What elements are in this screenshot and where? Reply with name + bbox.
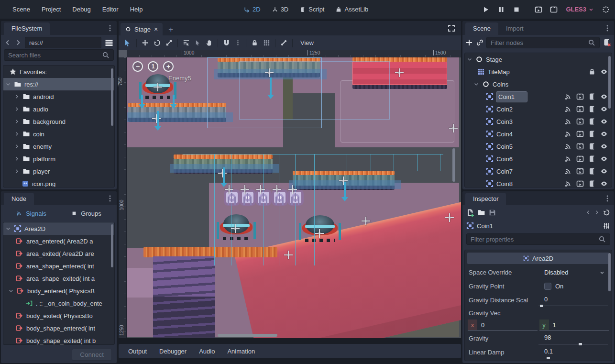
signal-row[interactable]: body_exited( PhysicsBo: [3, 309, 114, 322]
signal-row[interactable]: area_shape_entered( int: [3, 260, 114, 272]
transform-gizmo[interactable]: [288, 185, 297, 194]
rot-icon[interactable]: [154, 39, 161, 46]
filter-properties-input[interactable]: [466, 233, 610, 245]
play-custom-scene-button[interactable]: [549, 4, 559, 15]
vector-y-field[interactable]: y1: [539, 320, 609, 331]
scene-node-tilemap[interactable]: TileMap: [465, 66, 612, 78]
inspector-menu-icon[interactable]: [604, 195, 611, 202]
enemy-sprite[interactable]: [302, 215, 338, 242]
pin-icon[interactable]: [280, 39, 287, 46]
zoom-reset-button[interactable]: 1: [148, 61, 158, 72]
canvas-hscrollbar[interactable]: [218, 334, 277, 337]
scene-node-coin7[interactable]: Coin7: [465, 165, 612, 177]
connect-button[interactable]: Connect: [72, 349, 112, 361]
workspace-3d[interactable]: 3D: [267, 3, 294, 15]
object-tools-icon[interactable]: [603, 222, 610, 230]
signal-row[interactable]: area_exited( Area2D are: [3, 247, 114, 260]
workspace-2d[interactable]: 2D: [239, 3, 265, 15]
signal-row[interactable]: body_shape_entered( int: [3, 322, 114, 334]
scene-node-coin6[interactable]: Coin6: [465, 153, 612, 165]
filesystem-menu-icon[interactable]: [106, 24, 114, 32]
signal-row[interactable]: area_entered( Area2D a: [3, 235, 114, 247]
scene-node-coin3[interactable]: Coin3: [465, 115, 612, 128]
menu-scene[interactable]: Scene: [7, 3, 36, 16]
scene-menu-icon[interactable]: [604, 24, 611, 32]
scale-icon[interactable]: [165, 39, 173, 46]
view-menu[interactable]: View: [297, 39, 317, 46]
filter-properties-field[interactable]: [471, 236, 598, 243]
transform-gizmo[interactable]: [154, 83, 162, 91]
transform-gizmo[interactable]: [231, 224, 240, 233]
property-checkbox[interactable]: [544, 283, 551, 290]
vector-x-field[interactable]: x0: [468, 320, 538, 331]
signal-row[interactable]: body_shape_exited( int b: [3, 334, 114, 345]
tab-scene[interactable]: Scene: [465, 22, 498, 35]
fs-item-enemy[interactable]: enemy: [3, 140, 114, 153]
transform-gizmo[interactable]: [256, 185, 265, 194]
listsel-icon[interactable]: [183, 39, 190, 46]
play-button[interactable]: [481, 4, 491, 15]
scene-node-coin8[interactable]: Coin8: [465, 177, 612, 188]
fs-item-file[interactable]: icon.png: [3, 177, 114, 188]
transform-gizmo[interactable]: [284, 251, 293, 259]
workspace-assetlib[interactable]: AssetLib: [331, 3, 373, 15]
zoom-out-button[interactable]: −: [132, 61, 143, 72]
hist-icon[interactable]: [603, 209, 610, 216]
tab-signals[interactable]: Signals: [5, 208, 58, 220]
lock-icon[interactable]: [251, 39, 258, 46]
bottom-tab-debugger[interactable]: Debugger: [154, 345, 191, 357]
fs-item-player[interactable]: player: [3, 165, 114, 177]
nav-forward-icon[interactable]: [14, 39, 22, 46]
node-tab[interactable]: Node: [4, 193, 34, 205]
scene-node-coin1[interactable]: Coin1: [465, 90, 612, 103]
distraction-free-icon[interactable]: [448, 24, 455, 32]
magnet-icon[interactable]: [223, 39, 230, 46]
scene-node-coins[interactable]: Coins: [465, 78, 612, 90]
property-dropdown[interactable]: Disabled: [538, 267, 608, 277]
signal-row[interactable]: body_entered( PhysicsB: [3, 285, 114, 297]
menu-editor[interactable]: Editor: [97, 3, 124, 16]
transform-gizmo[interactable]: [445, 213, 454, 222]
fs-favorites[interactable]: Favorites:: [3, 66, 114, 78]
move-arrow-gizmo[interactable]: [341, 182, 348, 201]
bottom-tab-animation[interactable]: Animation: [222, 345, 260, 357]
transform-gizmo[interactable]: [241, 185, 249, 194]
zoom-in-button[interactable]: +: [163, 61, 174, 72]
fs-item-background[interactable]: background: [3, 115, 114, 128]
add-node-icon[interactable]: [465, 39, 473, 46]
newres-icon[interactable]: [466, 209, 474, 217]
signal-connection-row[interactable]: . :: _on_coin_body_ente: [3, 297, 114, 309]
inspector-tab[interactable]: Inspector: [465, 193, 506, 205]
node-menu-icon[interactable]: [106, 195, 114, 202]
fs-item-audio[interactable]: audio: [3, 103, 114, 115]
menu-project[interactable]: Project: [36, 3, 66, 16]
property-number-field[interactable]: 0: [538, 294, 608, 306]
move-arrow-gizmo[interactable]: [170, 95, 177, 109]
search-files-field[interactable]: [8, 52, 102, 59]
filesystem-tab[interactable]: FileSystem: [4, 22, 50, 35]
bottom-tab-audio[interactable]: Audio: [194, 345, 220, 357]
canvas[interactable]: − 1 + Enemy5: [127, 57, 461, 338]
scene-tab-stage[interactable]: Stage ×: [121, 23, 163, 35]
display-mode-icon[interactable]: [104, 38, 114, 47]
move-arrow-gizmo[interactable]: [267, 77, 274, 99]
signals-scrollbar[interactable]: [111, 224, 113, 267]
search-files-input[interactable]: [4, 49, 114, 61]
pause-button[interactable]: [496, 4, 506, 15]
fs-item-coin[interactable]: coin: [3, 128, 114, 140]
bottom-tab-output[interactable]: Output: [123, 345, 152, 357]
filesystem-scrollbar[interactable]: [111, 68, 113, 126]
transform-gizmo[interactable]: [362, 217, 370, 225]
tab-import[interactable]: Import: [498, 22, 531, 35]
scene-scrollbar[interactable]: [608, 56, 611, 109]
move-icon[interactable]: [142, 39, 149, 46]
fs-item-android[interactable]: android: [3, 90, 114, 103]
filter-nodes-field[interactable]: [491, 39, 588, 46]
property-number-field[interactable]: 0.1: [538, 346, 608, 358]
cursor-icon[interactable]: [123, 39, 132, 47]
filter-nodes-input[interactable]: [486, 37, 600, 48]
signal-root[interactable]: Area2D: [3, 222, 114, 235]
move-arrow-gizmo[interactable]: [154, 111, 161, 131]
fs-item-root[interactable]: res://: [3, 78, 114, 90]
scene-node-root[interactable]: Stage: [465, 53, 612, 66]
